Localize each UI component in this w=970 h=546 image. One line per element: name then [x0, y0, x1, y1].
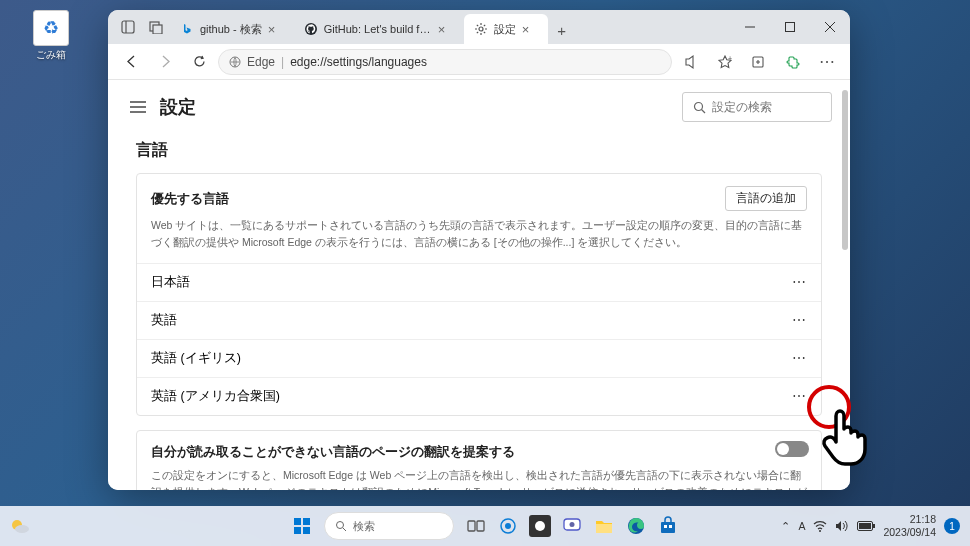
svg-rect-39 — [664, 525, 667, 528]
svg-rect-0 — [122, 21, 134, 33]
svg-rect-24 — [294, 527, 301, 534]
scrollbar-thumb[interactable] — [842, 90, 848, 250]
svg-point-5 — [479, 27, 483, 31]
lang-row-2: 英語 (イギリス) ⋯ — [137, 339, 821, 377]
menu-button[interactable] — [126, 95, 150, 119]
tab-3-close[interactable]: × — [522, 22, 538, 37]
lang-row-0: 日本語 ⋯ — [137, 263, 821, 301]
svg-rect-44 — [859, 523, 871, 529]
titlebar: github - 検索 × GitHub: Let's build from h… — [108, 10, 850, 44]
svg-text:+: + — [728, 55, 732, 62]
tab-strip: github - 検索 × GitHub: Let's build from h… — [170, 10, 730, 44]
weather-icon[interactable] — [8, 514, 32, 538]
lang-label: 英語 — [151, 312, 177, 329]
svg-rect-23 — [303, 518, 310, 525]
settings-search-input[interactable] — [712, 100, 812, 114]
minimize-button[interactable] — [730, 12, 770, 42]
edge-button[interactable] — [622, 512, 650, 540]
translate-desc: この設定をオンにすると、Microsoft Edge は Web ページ上の言語… — [151, 467, 807, 490]
favorites-button[interactable]: + — [710, 47, 740, 77]
tab-1-close[interactable]: × — [268, 22, 284, 37]
explorer-button[interactable] — [590, 512, 618, 540]
svg-rect-28 — [468, 521, 475, 531]
taskbar-search[interactable]: 検索 — [324, 512, 454, 540]
tab-actions-button[interactable] — [142, 13, 170, 41]
section-heading: 言語 — [108, 130, 850, 173]
tab-2-close[interactable]: × — [438, 22, 454, 37]
preferred-desc: Web サイトは、一覧にあるサポートされている言語のうち先頭の言語で表示されます… — [151, 217, 807, 251]
recycle-bin-icon: ♻ — [33, 10, 69, 46]
settings-search[interactable] — [682, 92, 832, 122]
lang-row-1: 英語 ⋯ — [137, 301, 821, 339]
svg-rect-43 — [873, 524, 875, 528]
task-view-button[interactable] — [462, 512, 490, 540]
tab-2-title: GitHub: Let's build from here — [324, 23, 432, 35]
read-aloud-button[interactable] — [676, 47, 706, 77]
battery-icon[interactable] — [857, 521, 875, 531]
tab-2[interactable]: GitHub: Let's build from here × — [294, 14, 464, 44]
refresh-button[interactable] — [184, 47, 214, 77]
system-tray: ⌃ A 21:18 2023/09/14 1 — [781, 513, 970, 538]
close-button[interactable] — [810, 12, 850, 42]
maximize-button[interactable] — [770, 12, 810, 42]
address-bar: Edge | edge://settings/languages + ⋯ — [108, 44, 850, 80]
lang-more-button[interactable]: ⋯ — [792, 388, 807, 404]
start-button[interactable] — [288, 512, 316, 540]
tab-1[interactable]: github - 検索 × — [170, 14, 294, 44]
copilot-button[interactable] — [494, 512, 522, 540]
forward-button[interactable] — [150, 47, 180, 77]
svg-rect-25 — [303, 527, 310, 534]
svg-rect-22 — [294, 518, 301, 525]
lang-more-button[interactable]: ⋯ — [792, 274, 807, 290]
svg-point-18 — [695, 102, 703, 110]
recycle-bin[interactable]: ♻ ごみ箱 — [26, 10, 76, 62]
svg-rect-38 — [661, 522, 675, 533]
svg-point-41 — [819, 530, 821, 532]
svg-point-26 — [337, 522, 344, 529]
lang-more-button[interactable]: ⋯ — [792, 312, 807, 328]
lang-more-button[interactable]: ⋯ — [792, 350, 807, 366]
svg-rect-7 — [786, 23, 795, 32]
translate-heading: 自分が読み取ることができない言語のページの翻訳を提案する — [151, 443, 807, 461]
chat-button[interactable] — [558, 512, 586, 540]
clock[interactable]: 21:18 2023/09/14 — [883, 513, 936, 538]
collections-button[interactable] — [744, 47, 774, 77]
svg-point-31 — [505, 523, 511, 529]
recycle-bin-label: ごみ箱 — [26, 48, 76, 62]
back-button[interactable] — [116, 47, 146, 77]
svg-rect-36 — [596, 524, 612, 533]
github-icon — [304, 22, 318, 36]
svg-point-21 — [15, 525, 29, 533]
notification-badge[interactable]: 1 — [944, 518, 960, 534]
tab-3[interactable]: 設定 × — [464, 14, 548, 44]
window-controls — [730, 12, 850, 42]
svg-point-35 — [570, 522, 575, 527]
search-icon — [335, 520, 347, 532]
svg-rect-3 — [153, 25, 162, 34]
store-button[interactable] — [654, 512, 682, 540]
taskbar-search-placeholder: 検索 — [353, 519, 375, 534]
preferred-languages-card: 優先する言語 言語の追加 Web サイトは、一覧にあるサポートされている言語のう… — [136, 173, 822, 416]
preferred-heading: 優先する言語 — [151, 190, 229, 208]
extensions-button[interactable] — [778, 47, 808, 77]
translate-toggle[interactable] — [775, 441, 809, 457]
tab-1-title: github - 検索 — [200, 22, 262, 37]
taskbar: 検索 ⌃ A 21:18 2023/09/14 1 — [0, 506, 970, 546]
new-tab-button[interactable]: + — [548, 16, 576, 44]
add-language-button[interactable]: 言語の追加 — [725, 186, 807, 211]
translate-card: 自分が読み取ることができない言語のページの翻訳を提案する この設定をオンにすると… — [136, 430, 822, 490]
tab-3-title: 設定 — [494, 22, 516, 37]
more-button[interactable]: ⋯ — [812, 47, 842, 77]
ime-indicator[interactable]: A — [798, 520, 805, 532]
edge-icon — [229, 56, 241, 68]
vertical-tabs-button[interactable] — [114, 13, 142, 41]
browser-window: github - 検索 × GitHub: Let's build from h… — [108, 10, 850, 490]
tray-chevron[interactable]: ⌃ — [781, 520, 790, 532]
url-field[interactable]: Edge | edge://settings/languages — [218, 49, 672, 75]
volume-icon[interactable] — [835, 520, 849, 532]
lang-label: 英語 (イギリス) — [151, 350, 241, 367]
svg-rect-40 — [669, 525, 672, 528]
svg-rect-29 — [477, 521, 484, 531]
app-1[interactable] — [526, 512, 554, 540]
wifi-icon[interactable] — [813, 520, 827, 532]
